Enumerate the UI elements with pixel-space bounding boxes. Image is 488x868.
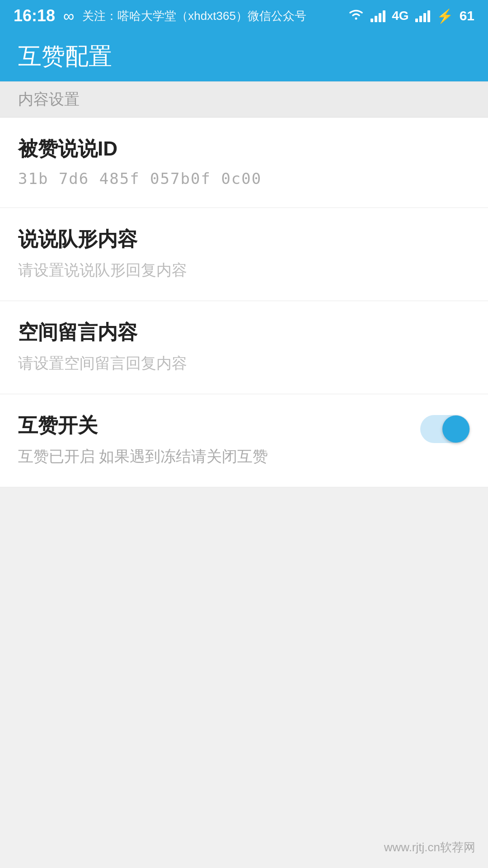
shuoshuo-content-title: 说说队形内容: [18, 226, 470, 253]
status-notice: 关注：嗒哈大学堂（xhdxt365）微信公众号: [82, 8, 306, 24]
section-header-label: 内容设置: [18, 89, 80, 110]
space-comment-title: 空间留言内容: [18, 319, 470, 346]
battery-level: 61: [460, 8, 474, 24]
status-left: 16:18 ∞ 关注：嗒哈大学堂（xhdxt365）微信公众号: [14, 6, 306, 25]
space-comment-value: 请设置空间留言回复内容: [18, 353, 470, 374]
signal-bars-2: [415, 9, 430, 22]
liked-post-id-item[interactable]: 被赞说说ID 31b 7d6 485f 057b0f 0c00: [0, 118, 488, 208]
like-switch-item[interactable]: 互赞开关 互赞已开启 如果遇到冻结请关闭互赞: [0, 394, 488, 487]
page-title: 互赞配置: [18, 41, 112, 72]
app-bar: 互赞配置: [0, 32, 488, 81]
watermark-text: www.rjtj.cn软荐网: [384, 840, 475, 854]
wifi-icon: [348, 8, 364, 24]
status-bar: 16:18 ∞ 关注：嗒哈大学堂（xhdxt365）微信公众号 4G: [0, 0, 488, 32]
infinity-icon: ∞: [63, 7, 74, 25]
shuoshuo-content-item[interactable]: 说说队形内容 请设置说说队形回复内容: [0, 208, 488, 301]
charging-icon: ⚡: [436, 8, 453, 24]
status-right: 4G ⚡ 61: [348, 8, 474, 24]
signal-bars-1: [371, 9, 385, 22]
like-switch-title: 互赞开关: [18, 412, 420, 439]
liked-post-id-title: 被赞说说ID: [18, 136, 470, 162]
like-switch-description: 互赞已开启 如果遇到冻结请关闭互赞: [18, 446, 420, 467]
liked-post-id-value: 31b 7d6 485f 057b0f 0c00: [18, 170, 470, 188]
empty-area: [0, 487, 488, 868]
status-time: 16:18: [14, 6, 55, 25]
space-comment-item[interactable]: 空间留言内容 请设置空间留言回复内容: [0, 301, 488, 394]
like-switch-content: 互赞开关 互赞已开启 如果遇到冻结请关闭互赞: [18, 412, 420, 467]
shuoshuo-content-value: 请设置说说队形回复内容: [18, 260, 470, 281]
like-toggle-switch[interactable]: [420, 415, 470, 443]
section-header: 内容设置: [0, 81, 488, 118]
toggle-knob: [442, 415, 469, 443]
network-type: 4G: [392, 9, 408, 23]
watermark: www.rjtj.cn软荐网: [384, 840, 475, 855]
